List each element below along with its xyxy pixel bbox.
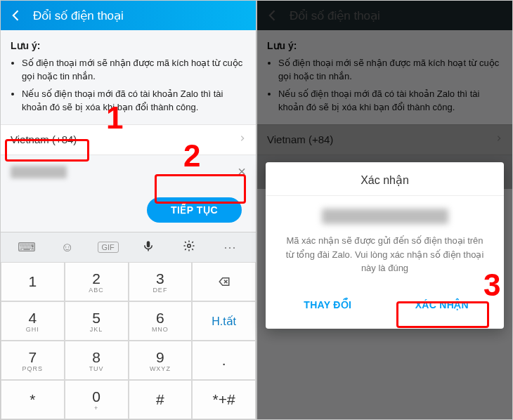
confirm-button[interactable]: XÁC NHẬN: [389, 292, 496, 317]
more-icon[interactable]: ⋯: [219, 239, 240, 255]
keypad-key[interactable]: 5JKL: [65, 301, 129, 341]
right-pane: Đổi số điện thoại Lưu ý: Số điện thoại m…: [257, 1, 512, 419]
country-selector[interactable]: Vietnam (+84): [1, 124, 256, 155]
settings-icon[interactable]: [178, 239, 200, 256]
phone-input-row[interactable]: ×: [1, 155, 256, 189]
keypad-key[interactable]: 4GHI: [1, 301, 65, 341]
keypad-key[interactable]: *+#: [192, 380, 256, 419]
keypad-key[interactable]: 2ABC: [65, 262, 129, 301]
back-icon[interactable]: [8, 7, 25, 24]
clear-icon[interactable]: ×: [238, 164, 246, 180]
notes-block: Lưu ý: Số điện thoại mới sẽ nhận được mã…: [1, 30, 256, 124]
keypad-key[interactable]: *: [1, 380, 65, 419]
done-key[interactable]: H.tất: [192, 301, 256, 341]
keyboard-toolbar: ⌨ ☺ GIF ⋯: [1, 232, 256, 262]
gif-icon[interactable]: GIF: [98, 242, 119, 253]
confirm-modal: Xác nhận Mã xác nhận sẽ được gửi đến số …: [266, 162, 504, 329]
keyboard: ⌨ ☺ GIF ⋯ 12ABC3DEF4GHI5JKL6MNOH.tất7PQR…: [1, 232, 256, 419]
mic-icon[interactable]: [138, 239, 159, 256]
kbd-tool-icon[interactable]: ⌨: [16, 239, 37, 255]
keypad-key[interactable]: 8TUV: [65, 341, 129, 380]
keypad-key[interactable]: .: [192, 341, 256, 380]
chevron-right-icon: [239, 133, 246, 145]
left-pane: Đổi số điện thoại Lưu ý: Số điện thoại m…: [1, 1, 256, 419]
svg-rect-0: [147, 241, 150, 247]
backspace-key[interactable]: [192, 262, 256, 301]
phone-value-masked: [11, 166, 67, 178]
note-item: Nếu số điện thoại mới đã có tài khoản Za…: [22, 88, 246, 114]
header-bar: Đổi số điện thoại: [1, 1, 256, 30]
keypad-key[interactable]: 0+: [65, 380, 129, 419]
continue-button[interactable]: TIẾP TỤC: [147, 197, 242, 223]
keypad-key[interactable]: 6MNO: [129, 301, 193, 341]
keypad-key[interactable]: 1: [1, 262, 65, 301]
notes-title: Lưu ý:: [11, 39, 246, 53]
keypad-key[interactable]: 7PQRS: [1, 341, 65, 380]
svg-point-2: [188, 244, 191, 247]
keypad-key[interactable]: 9WXYZ: [129, 341, 193, 380]
keypad-key[interactable]: #: [129, 380, 193, 419]
keypad-key[interactable]: 3DEF: [129, 262, 193, 301]
sticker-icon[interactable]: ☺: [57, 240, 78, 255]
modal-phone-masked: [322, 209, 448, 224]
header-title: Đổi số điện thoại: [33, 8, 124, 23]
note-item: Số điện thoại mới sẽ nhận được mã kích h…: [22, 57, 246, 84]
modal-title: Xác nhận: [266, 162, 504, 196]
change-button[interactable]: THAY ĐỔI: [274, 292, 382, 317]
country-label: Vietnam (+84): [11, 133, 77, 145]
modal-message: Mã xác nhận sẽ được gửi đến số điện thoạ…: [283, 234, 487, 275]
